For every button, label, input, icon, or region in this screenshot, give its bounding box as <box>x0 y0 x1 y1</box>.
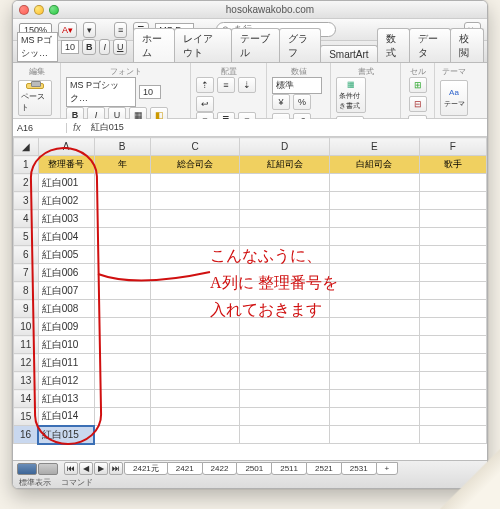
col-header[interactable]: A <box>38 138 94 156</box>
close-icon[interactable] <box>19 5 29 15</box>
sheet-nav-prev[interactable]: ◀ <box>79 462 93 475</box>
row-header[interactable]: 11 <box>14 336 39 354</box>
row-header[interactable]: 10 <box>14 318 39 336</box>
cell[interactable]: 紅白002 <box>38 192 94 210</box>
formula-value[interactable]: 紅白015 <box>87 121 487 134</box>
row-header[interactable]: 7 <box>14 264 39 282</box>
themes-button[interactable]: Aa テーマ <box>440 80 468 116</box>
cell[interactable]: 紅白007 <box>38 282 94 300</box>
sheet-nav-first[interactable]: ⏮ <box>64 462 78 475</box>
condfmt-button[interactable]: ▦ 条件付き書式 <box>336 77 366 113</box>
cell[interactable] <box>240 174 330 192</box>
align-mid-icon[interactable]: ≡ <box>217 77 235 93</box>
cell[interactable]: 紅白013 <box>38 390 94 408</box>
row-header[interactable]: 13 <box>14 372 39 390</box>
cell[interactable]: 紅白008 <box>38 300 94 318</box>
cell[interactable]: 紅白005 <box>38 246 94 264</box>
sheet-tab[interactable]: 2521 <box>306 462 342 475</box>
tab-formula[interactable]: 数式 <box>377 28 411 62</box>
cell[interactable] <box>150 174 240 192</box>
cell[interactable] <box>419 174 486 192</box>
tab-data[interactable]: データ <box>409 28 451 62</box>
cell[interactable]: 紅白004 <box>38 228 94 246</box>
row-header[interactable]: 2 <box>14 174 39 192</box>
ribbon-font-select[interactable]: MS Pゴシック… <box>66 77 136 107</box>
cell[interactable]: 紅白010 <box>38 336 94 354</box>
tab-table[interactable]: テーブル <box>231 28 281 62</box>
tab-home[interactable]: ホーム <box>133 28 175 62</box>
col-header[interactable]: E <box>330 138 420 156</box>
window-title: hosokawakobo.com <box>59 4 481 15</box>
col-header[interactable]: B <box>94 138 150 156</box>
minimize-icon[interactable] <box>34 5 44 15</box>
sheet-tab[interactable]: 2422 <box>202 462 238 475</box>
zoom-icon[interactable] <box>49 5 59 15</box>
cell[interactable]: 歌手 <box>419 156 486 174</box>
insert-cell-icon[interactable]: ⊞ <box>409 77 427 93</box>
col-header[interactable]: C <box>150 138 240 156</box>
sheet-nav-last[interactable]: ⏭ <box>109 462 123 475</box>
select-all-corner[interactable]: ◢ <box>14 138 39 156</box>
cell[interactable]: 整理番号 <box>38 156 94 174</box>
view-normal-icon[interactable] <box>17 463 37 475</box>
tab-font-select[interactable]: MS Pゴシッ… <box>17 32 58 62</box>
align-top-icon[interactable]: ⇡ <box>196 77 214 93</box>
percent-icon[interactable]: % <box>293 94 311 110</box>
numfmt-select[interactable]: 標準 <box>272 77 322 94</box>
tab-fontsize-select[interactable]: 10 <box>61 40 79 54</box>
tab-smartart[interactable]: SmartArt <box>320 45 377 62</box>
view-layout-icon[interactable] <box>38 463 58 475</box>
currency-icon[interactable]: ¥ <box>272 94 290 110</box>
cell[interactable]: 白組司会 <box>330 156 420 174</box>
row-header[interactable]: 15 <box>14 408 39 426</box>
row-header[interactable]: 12 <box>14 354 39 372</box>
sheet-tab[interactable]: 2501 <box>236 462 272 475</box>
fx-icon[interactable]: fx <box>67 122 87 133</box>
sheet-tab[interactable]: 2421元 <box>124 462 168 475</box>
sheet-tab[interactable]: 2511 <box>271 462 307 475</box>
worksheet[interactable]: ◢ A B C D E F 1 整理番号 年 総合司会 紅組司会 白組司会 歌手… <box>13 137 487 460</box>
italic-button[interactable]: I <box>99 39 110 55</box>
row-header[interactable]: 16 <box>14 426 39 444</box>
sheet-nav-next[interactable]: ▶ <box>94 462 108 475</box>
sheet-add[interactable]: + <box>376 462 399 475</box>
tab-layout[interactable]: レイアウト <box>174 28 232 62</box>
cell[interactable]: 紅白012 <box>38 372 94 390</box>
wrap-icon[interactable]: ↩ <box>196 96 214 112</box>
statusbar: ⏮ ◀ ▶ ⏭ 2421元 2421 2422 2501 2511 2521 2… <box>13 460 487 488</box>
cell[interactable]: 紅組司会 <box>240 156 330 174</box>
row-header[interactable]: 14 <box>14 390 39 408</box>
row-header[interactable]: 9 <box>14 300 39 318</box>
ribbon-fontsize-select[interactable]: 10 <box>139 85 161 99</box>
tab-chart[interactable]: グラフ <box>279 28 321 62</box>
row-header[interactable]: 8 <box>14 282 39 300</box>
col-header[interactable]: D <box>240 138 330 156</box>
row-header[interactable]: 6 <box>14 246 39 264</box>
cell[interactable] <box>94 174 150 192</box>
underline-button[interactable]: U <box>113 39 128 55</box>
row-header[interactable]: 5 <box>14 228 39 246</box>
cell[interactable]: 紅白009 <box>38 318 94 336</box>
cell[interactable]: 総合司会 <box>150 156 240 174</box>
align-bot-icon[interactable]: ⇣ <box>238 77 256 93</box>
sheet-tab[interactable]: 2531 <box>341 462 377 475</box>
bold-button[interactable]: B <box>82 39 97 55</box>
cell[interactable]: 紅白011 <box>38 354 94 372</box>
row-header[interactable]: 3 <box>14 192 39 210</box>
status-mode: 標準表示 <box>19 477 51 488</box>
cell[interactable]: 紅白003 <box>38 210 94 228</box>
cell[interactable]: 紅白006 <box>38 264 94 282</box>
row-header[interactable]: 1 <box>14 156 39 174</box>
row-header[interactable]: 4 <box>14 210 39 228</box>
col-header[interactable]: F <box>419 138 486 156</box>
cell[interactable] <box>330 174 420 192</box>
cell[interactable]: 年 <box>94 156 150 174</box>
cell[interactable]: 紅白015 <box>38 426 94 444</box>
paste-button[interactable]: ペースト <box>18 80 52 116</box>
tab-review[interactable]: 校閲 <box>450 28 484 62</box>
name-box[interactable]: A16 <box>13 123 67 133</box>
cell[interactable]: 紅白014 <box>38 408 94 426</box>
cell[interactable]: 紅白001 <box>38 174 94 192</box>
sheet-tab[interactable]: 2421 <box>167 462 203 475</box>
delete-cell-icon[interactable]: ⊟ <box>409 96 427 112</box>
